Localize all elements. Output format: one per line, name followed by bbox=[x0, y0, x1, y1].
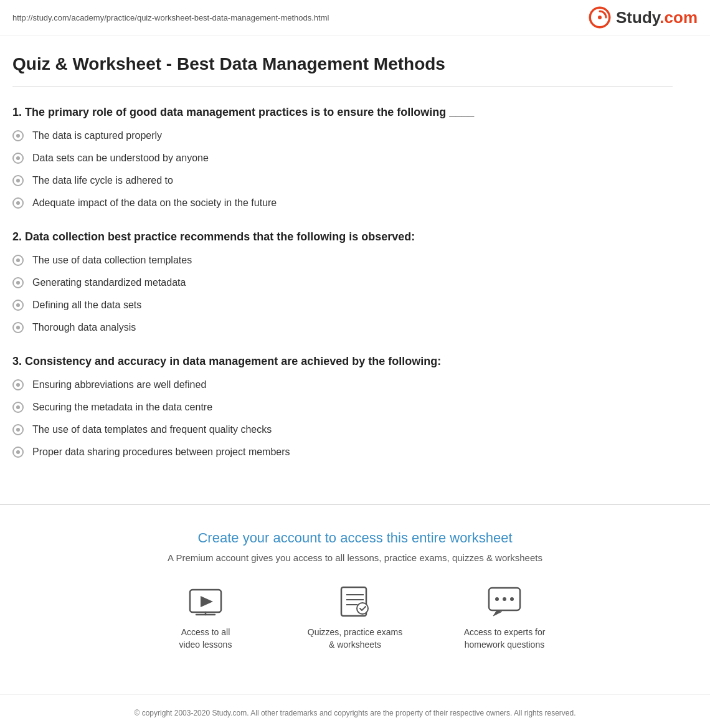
list-item[interactable]: Generating standardized metadata bbox=[12, 277, 673, 288]
question-3: 3. Consistency and accuracy in data mana… bbox=[12, 355, 673, 458]
question-2: 2. Data collection best practice recomme… bbox=[12, 230, 673, 333]
cta-title: Create your account to access this entir… bbox=[12, 530, 698, 546]
title-divider bbox=[12, 87, 673, 87]
list-item[interactable]: Ensuring abbreviations are well defined bbox=[12, 379, 673, 390]
radio-button[interactable] bbox=[12, 447, 24, 458]
studycom-logo-icon bbox=[589, 6, 611, 29]
radio-button[interactable] bbox=[12, 255, 24, 266]
radio-button[interactable] bbox=[12, 322, 24, 333]
question-3-options: Ensuring abbreviations are well defined … bbox=[12, 379, 673, 458]
svg-marker-4 bbox=[201, 596, 213, 607]
feature-experts-label: Access to experts forhomework questions bbox=[464, 626, 546, 651]
page-title: Quiz & Worksheet - Best Data Management … bbox=[12, 54, 673, 74]
feature-experts: Access to experts forhomework questions bbox=[455, 585, 554, 651]
feature-quizzes-label: Quizzes, practice exams& worksheets bbox=[308, 626, 403, 651]
svg-point-13 bbox=[495, 597, 499, 601]
svg-point-15 bbox=[510, 597, 514, 601]
radio-button[interactable] bbox=[12, 197, 24, 209]
quiz-icon bbox=[336, 585, 374, 619]
question-2-text: 2. Data collection best practice recomme… bbox=[12, 230, 673, 243]
feature-video: Access to allvideo lessons bbox=[156, 585, 255, 651]
feature-quizzes: Quizzes, practice exams& worksheets bbox=[305, 585, 405, 651]
radio-button[interactable] bbox=[12, 300, 24, 311]
svg-point-11 bbox=[357, 603, 368, 614]
question-1-options: The data is captured properly Data sets … bbox=[12, 130, 673, 209]
chat-icon bbox=[486, 585, 523, 619]
list-item[interactable]: Thorough data analysis bbox=[12, 322, 673, 333]
radio-button[interactable] bbox=[12, 153, 24, 164]
radio-button[interactable] bbox=[12, 130, 24, 141]
question-3-text: 3. Consistency and accuracy in data mana… bbox=[12, 355, 673, 368]
question-2-options: The use of data collection templates Gen… bbox=[12, 255, 673, 333]
list-item[interactable]: The use of data collection templates bbox=[12, 255, 673, 266]
main-content: Quiz & Worksheet - Best Data Management … bbox=[0, 35, 685, 498]
list-item[interactable]: Data sets can be understood by anyone bbox=[12, 153, 673, 164]
question-1-text: 1. The primary role of good data managem… bbox=[12, 106, 673, 119]
list-item[interactable]: Securing the metadata in the data centre bbox=[12, 402, 673, 413]
cta-subtitle: A Premium account gives you access to al… bbox=[12, 552, 698, 563]
cta-section: Create your account to access this entir… bbox=[0, 505, 710, 694]
features-row: Access to allvideo lessons Quizzes, prac… bbox=[12, 585, 698, 651]
radio-button[interactable] bbox=[12, 277, 24, 288]
list-item[interactable]: Defining all the data sets bbox=[12, 300, 673, 311]
list-item[interactable]: The data life cycle is adhered to bbox=[12, 175, 673, 186]
footer: © copyright 2003-2020 Study.com. All oth… bbox=[0, 694, 710, 728]
radio-button[interactable] bbox=[12, 379, 24, 390]
svg-point-2 bbox=[598, 16, 602, 19]
feature-video-label: Access to allvideo lessons bbox=[179, 626, 232, 651]
list-item[interactable]: The use of data templates and frequent q… bbox=[12, 424, 673, 435]
video-icon bbox=[187, 585, 224, 619]
logo-area: Study.com bbox=[589, 6, 698, 29]
radio-button[interactable] bbox=[12, 424, 24, 435]
radio-button[interactable] bbox=[12, 402, 24, 413]
logo-text: Study.com bbox=[616, 8, 698, 27]
top-bar: http://study.com/academy/practice/quiz-w… bbox=[0, 0, 710, 35]
list-item[interactable]: Adequate impact of the data on the socie… bbox=[12, 197, 673, 209]
question-1: 1. The primary role of good data managem… bbox=[12, 106, 673, 209]
radio-button[interactable] bbox=[12, 175, 24, 186]
list-item[interactable]: The data is captured properly bbox=[12, 130, 673, 141]
list-item[interactable]: Proper data sharing procedures between p… bbox=[12, 447, 673, 458]
svg-point-14 bbox=[503, 597, 506, 601]
url-display: http://study.com/academy/practice/quiz-w… bbox=[12, 13, 329, 22]
